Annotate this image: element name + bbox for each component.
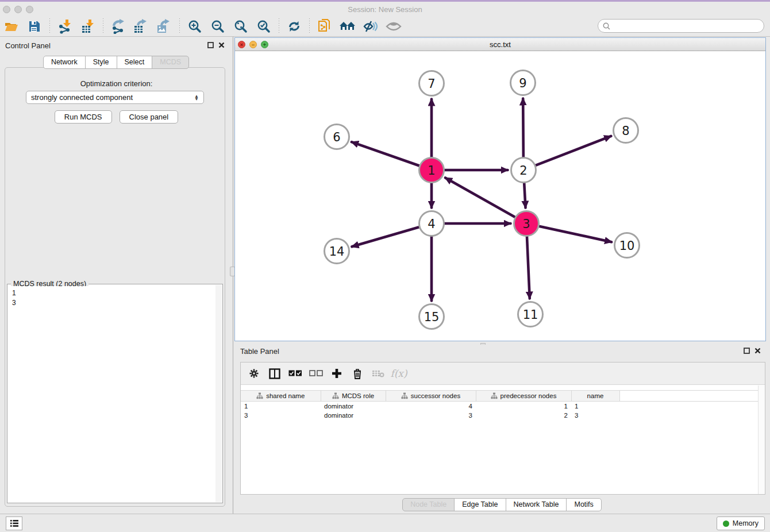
table-container: f(x) shared nameMCDS rolesuccessor nodes… [240, 362, 765, 495]
tab-mcds[interactable]: MCDS [152, 56, 189, 69]
search-field[interactable] [598, 19, 764, 33]
memory-button[interactable]: Memory [717, 516, 765, 530]
zoom-in-icon [188, 20, 202, 33]
show-tasks-button[interactable] [6, 516, 22, 530]
tab-select[interactable]: Select [117, 56, 153, 69]
table-options-button[interactable] [247, 368, 261, 379]
unselect-all-columns-button[interactable] [309, 370, 324, 377]
show-graphics-button[interactable] [385, 19, 402, 34]
network-window-titlebar[interactable]: × − + scc.txt [235, 38, 765, 51]
select-all-columns-button[interactable] [288, 370, 303, 377]
graph-node-2[interactable]: 2 [511, 158, 536, 183]
tab-motifs[interactable]: Motifs [566, 498, 601, 511]
result-item[interactable]: 3 [12, 298, 215, 308]
column-header-label: shared name [266, 392, 305, 399]
refresh-button[interactable] [286, 19, 303, 34]
table-cell[interactable]: 4 [386, 402, 476, 411]
column-view-button[interactable] [267, 368, 282, 379]
eye-slash-icon [363, 20, 379, 33]
export-network-button[interactable] [110, 19, 127, 34]
column-header-successor-nodes[interactable]: successor nodes [386, 391, 476, 402]
table-cell-filler [619, 411, 759, 420]
table-cell[interactable]: 3 [241, 411, 321, 420]
criterion-dropdown[interactable]: strongly connected component ▲▼ [26, 91, 204, 104]
table-panel-tabs: Node TableEdge TableNetwork TableMotifs [234, 498, 770, 511]
table-cell[interactable]: dominator [321, 411, 386, 420]
edge-2-3[interactable] [524, 183, 525, 207]
export-image-button[interactable] [156, 19, 173, 34]
table-cell[interactable]: dominator [321, 402, 386, 411]
create-column-button[interactable] [329, 368, 344, 379]
run-mcds-button[interactable]: Run MCDS [55, 110, 112, 124]
titlebar: Session: New Session [0, 2, 770, 16]
tab-node-table[interactable]: Node Table [402, 498, 455, 511]
edge-3-11[interactable] [527, 236, 530, 298]
float-panel-icon[interactable] [207, 42, 214, 48]
import-table-button[interactable] [79, 19, 97, 34]
home-views-button[interactable] [339, 19, 356, 34]
save-session-button[interactable] [26, 19, 43, 34]
float-table-panel-icon[interactable] [744, 348, 750, 354]
import-table-icon [80, 19, 95, 34]
graph-node-14[interactable]: 14 [325, 239, 349, 264]
unchecked-boxes-icon [309, 370, 323, 377]
edge-3-10[interactable] [539, 226, 611, 242]
delete-column-button[interactable] [350, 368, 365, 379]
edge-4-14[interactable] [352, 227, 419, 246]
node-table[interactable]: shared nameMCDS rolesuccessor nodesprede… [241, 390, 759, 420]
close-panel-icon[interactable] [218, 42, 225, 48]
graph-node-10[interactable]: 10 [615, 233, 640, 258]
export-table-button[interactable] [133, 19, 150, 34]
table-row[interactable]: 1dominator411 [241, 402, 759, 411]
mcds-result-list[interactable]: 13 [8, 286, 215, 502]
graph-node-1[interactable]: 1 [419, 158, 444, 183]
graph-node-9[interactable]: 9 [511, 71, 536, 95]
graph-node-3[interactable]: 3 [514, 211, 539, 236]
tab-network[interactable]: Network [43, 56, 86, 69]
edge-2-8[interactable] [536, 136, 611, 165]
close-panel-button[interactable]: Close panel [120, 110, 179, 124]
zoom-selected-button[interactable] [255, 19, 272, 34]
edge-3-1[interactable] [445, 178, 515, 217]
tab-network-table[interactable]: Network Table [506, 498, 567, 511]
table-cell[interactable]: 1 [476, 402, 571, 411]
edge-1-6[interactable] [352, 142, 419, 165]
graph-node-6[interactable]: 6 [325, 125, 349, 149]
memory-label: Memory [733, 519, 759, 527]
table-cell[interactable]: 3 [571, 411, 619, 420]
column-header-label: MCDS role [342, 392, 374, 399]
graph-node-11[interactable]: 11 [518, 302, 543, 327]
graph-node-15[interactable]: 15 [419, 304, 444, 329]
zoom-fit-button[interactable] [232, 19, 249, 34]
column-header-MCDS-role[interactable]: MCDS role [321, 391, 386, 402]
zoom-in-button[interactable] [186, 19, 203, 34]
tab-style[interactable]: Style [85, 56, 117, 69]
table-cell[interactable]: 1 [241, 402, 321, 411]
graph-node-7[interactable]: 7 [419, 71, 444, 96]
hide-graphics-button[interactable] [362, 19, 379, 34]
table-row[interactable]: 3dominator323 [241, 411, 759, 420]
graph-node-8[interactable]: 8 [614, 118, 638, 143]
split-pane-icon [269, 368, 280, 379]
column-header-name[interactable]: name [571, 391, 619, 402]
table-cell[interactable]: 1 [571, 402, 619, 411]
zoom-out-button[interactable] [209, 19, 226, 34]
column-header-predecessor-nodes[interactable]: predecessor nodes [476, 391, 571, 402]
result-scrollbar[interactable] [215, 285, 222, 502]
column-header-shared-name[interactable]: shared name [241, 391, 321, 402]
delete-table-icon [372, 369, 384, 377]
search-input[interactable] [613, 22, 764, 30]
graph-node-4[interactable]: 4 [419, 211, 444, 236]
copy-style-button[interactable] [316, 19, 333, 34]
table-cell[interactable]: 3 [386, 411, 476, 420]
import-network-button[interactable] [56, 19, 74, 34]
network-window-title: scc.txt [235, 40, 765, 49]
close-table-panel-icon[interactable] [754, 348, 761, 354]
network-canvas[interactable]: 1234678910111415 [235, 51, 765, 341]
edge-2-9[interactable] [523, 98, 523, 157]
table-scrollbar[interactable] [758, 385, 765, 494]
tab-edge-table[interactable]: Edge Table [454, 498, 506, 511]
open-session-button[interactable] [3, 19, 20, 34]
result-item[interactable]: 1 [12, 288, 215, 298]
table-cell[interactable]: 2 [476, 411, 571, 420]
